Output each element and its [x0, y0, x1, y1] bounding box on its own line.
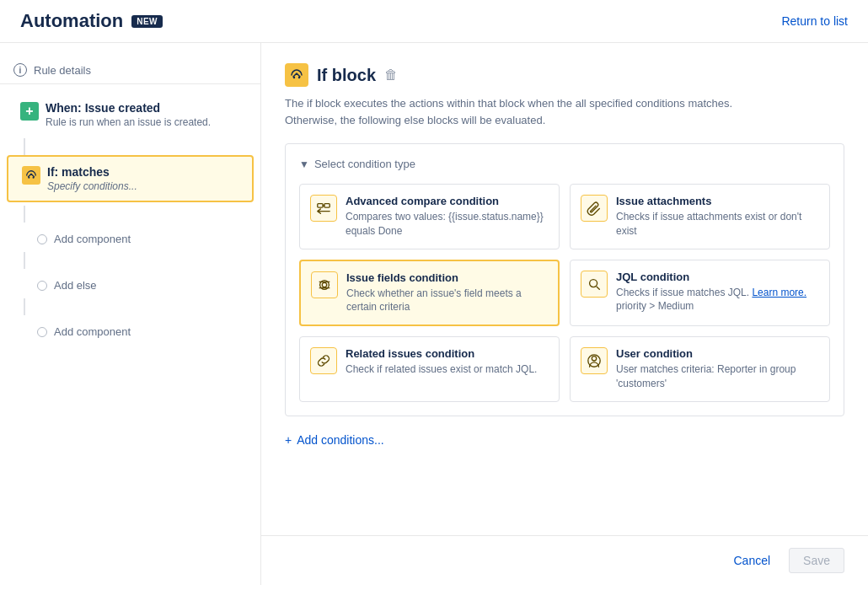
add-conditions-button[interactable]: + Add conditions... — [285, 433, 844, 447]
condition-card-advanced-compare[interactable]: Advanced compare condition Compares two … — [299, 184, 560, 249]
jql-text: JQL condition Checks if issue matches JQ… — [616, 271, 819, 314]
svg-point-7 — [590, 279, 597, 287]
issue-attachments-title: Issue attachments — [616, 195, 819, 207]
circle-icon-1 — [37, 234, 47, 244]
if-text: If: matches Specify conditions... — [47, 165, 137, 192]
issue-fields-text: Issue fields condition Check whether an … — [346, 271, 548, 315]
user-condition-title: User condition — [616, 347, 819, 360]
conditions-grid: Advanced compare condition Compares two … — [299, 184, 830, 402]
if-title: If: matches — [47, 165, 137, 179]
issue-attachments-text: Issue attachments Checks if issue attach… — [616, 195, 819, 239]
trigger-title: When: Issue created — [46, 101, 211, 115]
condition-card-related-issues[interactable]: Related issues condition Check if relate… — [299, 336, 560, 402]
learn-more-link[interactable]: Learn more. — [752, 287, 806, 298]
trigger-subtitle: Rule is run when an issue is created. — [46, 116, 211, 128]
new-badge: NEW — [131, 15, 163, 28]
related-issues-icon-box — [310, 347, 337, 374]
content-header: If block 🗑 — [285, 63, 844, 87]
app-title: Automation — [20, 10, 123, 32]
related-issues-title: Related issues condition — [346, 347, 537, 360]
issue-fields-icon-box — [311, 271, 338, 298]
issue-attachments-desc: Checks if issue attachments exist or don… — [616, 210, 819, 239]
add-component-button-2[interactable]: Add component — [24, 319, 254, 345]
add-component-button-1[interactable]: Add component — [24, 226, 254, 252]
condition-panel-header: ▼ Select condition type — [299, 158, 830, 170]
add-else-button[interactable]: Add else — [24, 272, 254, 298]
jql-title: JQL condition — [616, 271, 819, 283]
user-condition-text: User condition User matches criteria: Re… — [616, 347, 819, 391]
add-component-label-1: Add component — [54, 233, 131, 245]
trigger-plus-icon: + — [20, 102, 39, 121]
chevron-down-icon: ▼ — [299, 158, 309, 170]
add-component-label-2: Add component — [54, 325, 131, 338]
block-description: The if block executes the actions within… — [285, 95, 844, 128]
return-to-list-link[interactable]: Return to list — [781, 14, 848, 28]
advanced-compare-title: Advanced compare condition — [346, 195, 549, 207]
if-block-icon — [285, 63, 308, 87]
svg-rect-4 — [318, 204, 323, 208]
related-issues-desc: Check if related issues exist or match J… — [346, 362, 537, 377]
advanced-compare-desc: Compares two values: {{issue.status.name… — [346, 210, 549, 239]
condition-picker-header-label: Select condition type — [314, 158, 415, 170]
rule-details-label: Rule details — [34, 64, 91, 77]
header-left: Automation NEW — [20, 10, 163, 32]
user-condition-desc: User matches criteria: Reporter in group… — [616, 362, 819, 391]
cancel-button[interactable]: Cancel — [723, 549, 780, 572]
svg-point-6 — [322, 282, 326, 287]
footer: Cancel Save — [261, 535, 868, 585]
circle-icon-3 — [37, 327, 47, 337]
issue-attachments-icon-box — [581, 195, 608, 222]
sidebar: i Rule details + When: Issue created Rul… — [0, 43, 261, 585]
header: Automation NEW Return to list — [0, 0, 868, 43]
jql-icon-box — [581, 271, 608, 298]
related-issues-text: Related issues condition Check if relate… — [346, 347, 537, 377]
rule-details-section[interactable]: i Rule details — [0, 56, 260, 84]
svg-point-8 — [592, 357, 596, 361]
jql-desc: Checks if issue matches JQL. Learn more.… — [616, 286, 819, 314]
user-condition-icon-box — [581, 347, 608, 374]
circle-icon-2 — [37, 281, 47, 291]
connector-line-2 — [24, 206, 25, 223]
plus-icon: + — [285, 433, 292, 447]
condition-card-issue-fields[interactable]: Issue fields condition Check whether an … — [299, 260, 560, 327]
if-icon — [22, 166, 40, 185]
svg-point-3 — [298, 77, 300, 78]
trash-icon[interactable]: 🗑 — [384, 67, 398, 83]
advanced-compare-icon-box — [310, 195, 337, 222]
save-button[interactable]: Save — [789, 548, 844, 573]
content-area: If block 🗑 The if block executes the act… — [261, 43, 868, 585]
trigger-text: When: Issue created Rule is run when an … — [46, 101, 211, 128]
condition-card-issue-attachments[interactable]: Issue attachments Checks if issue attach… — [570, 184, 830, 249]
issue-fields-title: Issue fields condition — [346, 271, 548, 284]
block-title: If block — [317, 66, 376, 85]
add-conditions-label: Add conditions... — [297, 433, 384, 447]
connector-line-3 — [24, 252, 25, 269]
issue-fields-desc: Check whether an issue's field meets a c… — [346, 287, 548, 315]
trigger-block[interactable]: + When: Issue created Rule is run when a… — [7, 94, 254, 135]
condition-card-user[interactable]: User condition User matches criteria: Re… — [570, 336, 830, 402]
svg-rect-5 — [324, 204, 330, 208]
info-icon: i — [13, 63, 27, 77]
svg-point-0 — [28, 177, 29, 179]
connector-line-4 — [24, 298, 25, 315]
condition-card-jql[interactable]: JQL condition Checks if issue matches JQ… — [570, 260, 830, 327]
if-block-sidebar[interactable]: If: matches Specify conditions... — [7, 155, 254, 202]
svg-point-1 — [33, 177, 35, 179]
if-subtitle: Specify conditions... — [47, 180, 137, 192]
add-else-label: Add else — [54, 279, 97, 292]
main-layout: i Rule details + When: Issue created Rul… — [0, 43, 868, 585]
connector-line-1 — [24, 138, 25, 155]
svg-point-2 — [293, 77, 295, 78]
advanced-compare-text: Advanced compare condition Compares two … — [346, 195, 549, 239]
condition-panel: ▼ Select condition type Adv — [285, 143, 844, 416]
